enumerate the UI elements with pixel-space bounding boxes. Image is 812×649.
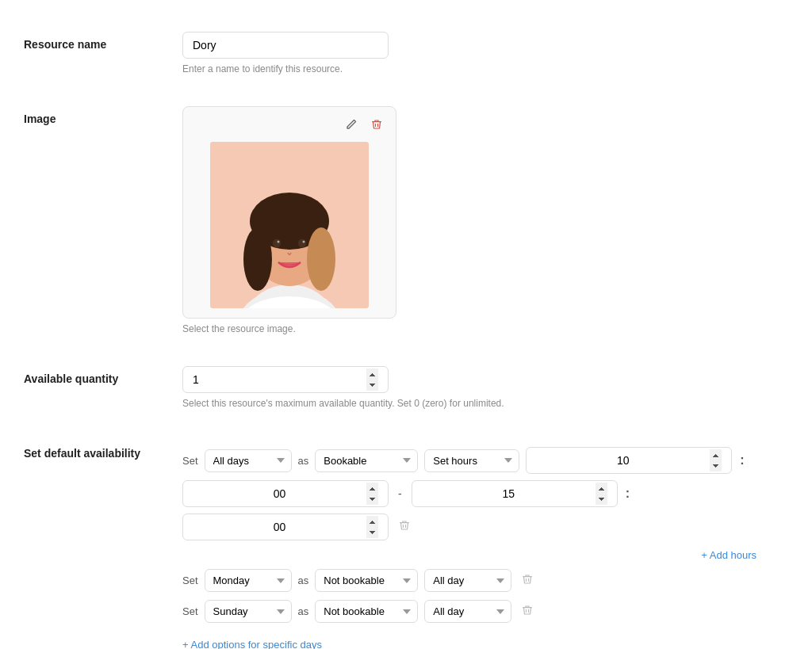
availability-row-2: Set All days Monday Tuesday Wednesday Th…	[182, 569, 788, 592]
add-hours-link[interactable]: + Add hours	[701, 549, 756, 561]
delete-row2-button[interactable]	[518, 570, 537, 592]
delete-row3-button[interactable]	[518, 601, 537, 623]
resource-name-hint: Enter a name to identify this resource.	[182, 63, 788, 74]
image-row: Image	[24, 90, 788, 350]
resource-name-row: Resource name Enter a name to identify t…	[24, 16, 788, 90]
to-hour-input[interactable]	[412, 480, 618, 507]
resource-name-content: Enter a name to identify this resource.	[182, 32, 788, 74]
as-label-1: as	[298, 455, 309, 467]
days-select-3[interactable]: All days Monday Tuesday Wednesday Thursd…	[205, 600, 292, 623]
availability-label: Set default availability	[24, 441, 182, 460]
availability-content: Set All days Monday Tuesday Wednesday Th…	[182, 447, 788, 649]
time-separator-2: :	[624, 487, 631, 501]
available-quantity-row: Available quantity Select this resource'…	[24, 350, 788, 425]
days-select-2[interactable]: All days Monday Tuesday Wednesday Thursd…	[205, 569, 292, 592]
delete-image-button[interactable]	[367, 116, 386, 136]
availability-row: Set default availability Set All days Mo…	[24, 425, 788, 649]
resource-image	[210, 142, 369, 308]
time-separator-1: :	[738, 453, 745, 468]
as-label-3: as	[298, 605, 309, 617]
svg-point-11	[273, 239, 281, 248]
time-dash-1: -	[395, 487, 405, 500]
svg-point-9	[243, 227, 272, 291]
bookable-select-3[interactable]: Bookable Not bookable	[315, 600, 418, 623]
svg-point-14	[303, 241, 305, 243]
allday-select-2[interactable]: All day Set hours	[424, 569, 511, 592]
bookable-select-2[interactable]: Bookable Not bookable	[315, 569, 418, 592]
allday-select-3[interactable]: All day Set hours	[424, 600, 511, 623]
image-hint: Select the resource image.	[182, 323, 788, 334]
svg-point-12	[298, 239, 306, 248]
from-min-input[interactable]	[182, 480, 389, 507]
set-hours-select-1[interactable]: Set hours All day	[424, 449, 519, 472]
availability-row-1: Set All days Monday Tuesday Wednesday Th…	[182, 447, 788, 540]
available-quantity-hint: Select this resource's maximum available…	[182, 398, 788, 409]
available-quantity-label: Available quantity	[24, 366, 182, 385]
set-label-3: Set	[182, 605, 198, 617]
set-label-2: Set	[182, 575, 198, 586]
svg-point-13	[278, 241, 280, 243]
edit-image-button[interactable]	[342, 116, 361, 136]
available-quantity-input[interactable]	[182, 366, 389, 393]
resource-name-input[interactable]	[182, 32, 389, 59]
add-hours-container: + Add hours	[182, 548, 788, 561]
image-label: Image	[24, 106, 182, 125]
from-hour-input[interactable]	[526, 447, 732, 474]
svg-point-10	[307, 227, 335, 291]
add-specific-days-link[interactable]: + Add options for specific days	[182, 639, 322, 649]
as-label-2: as	[298, 575, 309, 586]
availability-row-3: Set All days Monday Tuesday Wednesday Th…	[182, 600, 788, 623]
delete-row1-button[interactable]	[395, 516, 414, 538]
days-select-1[interactable]: All days Monday Tuesday Wednesday Thursd…	[205, 449, 292, 472]
to-min-input[interactable]	[182, 513, 389, 540]
image-actions	[193, 116, 386, 136]
bookable-select-1[interactable]: Bookable Not bookable	[315, 449, 418, 472]
set-label-1: Set	[182, 455, 198, 467]
resource-name-label: Resource name	[24, 32, 182, 51]
image-content: Select the resource image.	[182, 106, 788, 334]
available-quantity-content: Select this resource's maximum available…	[182, 366, 788, 409]
image-container	[182, 106, 396, 319]
